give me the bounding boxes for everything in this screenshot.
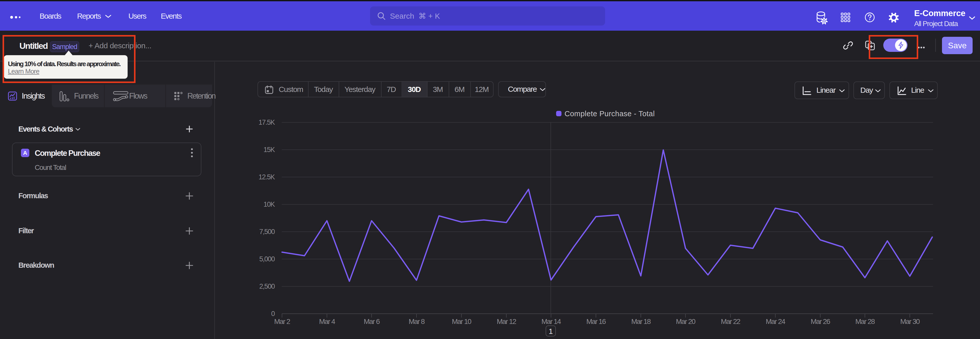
svg-text:10K: 10K	[263, 200, 275, 208]
svg-text:1: 1	[549, 327, 553, 336]
svg-text:Mar 10: Mar 10	[452, 318, 471, 325]
svg-text:12.5K: 12.5K	[259, 173, 275, 181]
svg-text:Mar 28: Mar 28	[855, 318, 875, 325]
svg-text:Mar 8: Mar 8	[409, 318, 425, 325]
svg-text:Complete Purchase - Total: Complete Purchase - Total	[565, 110, 655, 118]
svg-text:Mar 14: Mar 14	[541, 318, 561, 325]
svg-text:5,000: 5,000	[259, 255, 275, 263]
svg-text:Mar 4: Mar 4	[319, 318, 335, 325]
svg-text:Mar 22: Mar 22	[721, 318, 740, 325]
svg-text:2,500: 2,500	[259, 283, 275, 290]
svg-text:Mar 24: Mar 24	[765, 318, 785, 325]
svg-text:7,500: 7,500	[259, 228, 275, 235]
svg-text:17.5K: 17.5K	[259, 118, 275, 126]
svg-text:Mar 18: Mar 18	[631, 318, 651, 325]
svg-text:Mar 26: Mar 26	[811, 318, 830, 325]
svg-text:Mar 2: Mar 2	[274, 318, 290, 325]
svg-text:Mar 12: Mar 12	[496, 318, 516, 325]
svg-text:15K: 15K	[263, 146, 275, 154]
svg-text:Mar 20: Mar 20	[676, 318, 695, 325]
svg-text:0: 0	[271, 310, 275, 318]
svg-text:Mar 6: Mar 6	[364, 318, 380, 325]
svg-text:Mar 16: Mar 16	[586, 318, 606, 325]
svg-text:Mar 30: Mar 30	[900, 318, 920, 325]
